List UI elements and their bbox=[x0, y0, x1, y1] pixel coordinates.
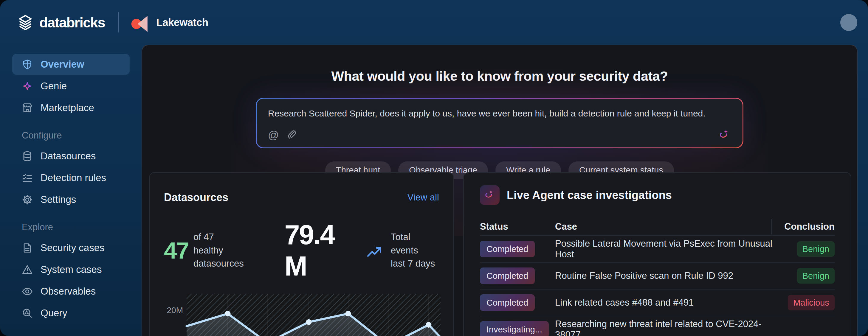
case-title: Routine False Positive scan on Rule ID 9… bbox=[555, 270, 782, 281]
column-header-status: Status bbox=[480, 221, 555, 232]
case-title: Link related cases #488 and #491 bbox=[555, 297, 782, 308]
table-row[interactable]: CompletedPossible Lateral Movement via P… bbox=[480, 236, 835, 263]
trend-up-icon bbox=[367, 245, 382, 259]
genie-submit-icon[interactable] bbox=[718, 128, 731, 141]
live-agent-genie-icon bbox=[480, 185, 500, 205]
database-icon bbox=[22, 151, 33, 162]
app-window: databricks Lakewatch Overview bbox=[0, 0, 868, 336]
checklist-icon bbox=[22, 172, 33, 183]
warning-triangle-icon bbox=[22, 264, 33, 275]
sidebar-item-label: Overview bbox=[40, 59, 84, 70]
status-badge: Completed bbox=[480, 268, 535, 284]
table-row[interactable]: CompletedRoutine False Positive scan on … bbox=[480, 263, 835, 290]
sidebar: Overview Genie Marketplac bbox=[0, 45, 142, 336]
shield-grid-icon bbox=[22, 59, 33, 70]
status-badge: Completed bbox=[480, 241, 535, 257]
conclusion-badge: Benign bbox=[797, 241, 835, 257]
sidebar-item-label: Observables bbox=[40, 285, 96, 297]
sidebar-section-configure: Configure bbox=[22, 130, 142, 141]
live-agent-card: Live Agent case investigations Status Ca… bbox=[463, 172, 851, 336]
sidebar-item-label: Settings bbox=[40, 194, 76, 205]
eye-icon bbox=[22, 286, 33, 297]
sidebar-item-label: Detection rules bbox=[40, 172, 106, 183]
storefront-icon bbox=[22, 102, 33, 113]
document-icon bbox=[22, 242, 33, 254]
lakewatch-logo[interactable]: Lakewatch bbox=[130, 12, 208, 32]
main-panel: What would you like to know from your se… bbox=[142, 45, 858, 336]
datasources-card-title: Datasources bbox=[164, 191, 228, 204]
prompt-box-border: Research Scattered Spider, does it apply… bbox=[256, 98, 743, 148]
total-events-caption: Total events last 7 days bbox=[391, 231, 439, 271]
prompt-input[interactable]: Research Scattered Spider, does it apply… bbox=[257, 99, 743, 147]
status-badge: Investigating... bbox=[480, 321, 549, 336]
healthy-count: 47 bbox=[164, 237, 189, 264]
sidebar-item-overview[interactable]: Overview bbox=[12, 54, 130, 75]
prompt-input-value: Research Scattered Spider, does it apply… bbox=[268, 107, 731, 119]
sidebar-item-label: Datasources bbox=[40, 150, 96, 162]
live-agent-card-title: Live Agent case investigations bbox=[507, 189, 672, 202]
datasources-card: Datasources View all 47 of 47 healthy da… bbox=[149, 172, 454, 336]
sidebar-item-genie[interactable]: Genie bbox=[12, 76, 130, 97]
lakewatch-icon bbox=[130, 12, 150, 32]
status-badge: Completed bbox=[480, 294, 535, 311]
sidebar-section-explore: Explore bbox=[22, 222, 142, 233]
topbar-divider bbox=[118, 12, 119, 32]
sidebar-item-label: Query bbox=[40, 307, 67, 319]
sidebar-item-system-cases[interactable]: System cases bbox=[12, 259, 130, 280]
sidebar-item-label: Security cases bbox=[40, 242, 104, 254]
case-title: Possible Lateral Movement via PsExec fro… bbox=[555, 238, 782, 260]
column-header-conclusion: Conclusion bbox=[782, 221, 835, 232]
svg-text:20M: 20M bbox=[167, 306, 183, 315]
events-chart: 10M20M bbox=[164, 294, 439, 336]
table-row[interactable]: Investigating...Researching new threat i… bbox=[480, 316, 835, 336]
sidebar-item-datasources[interactable]: Datasources bbox=[12, 146, 130, 167]
sidebar-item-security-cases[interactable]: Security cases bbox=[12, 237, 130, 258]
query-search-icon bbox=[22, 308, 33, 319]
gear-icon bbox=[22, 194, 33, 205]
sidebar-item-settings[interactable]: Settings bbox=[12, 189, 130, 210]
databricks-layers-icon bbox=[17, 14, 33, 30]
mention-icon[interactable]: @ bbox=[268, 130, 279, 141]
user-avatar[interactable] bbox=[840, 14, 857, 31]
table-row[interactable]: CompletedLink related cases #488 and #49… bbox=[480, 290, 835, 316]
attach-icon[interactable] bbox=[287, 130, 297, 141]
sidebar-item-label: System cases bbox=[40, 264, 102, 275]
sidebar-item-label: Marketplace bbox=[40, 102, 94, 113]
case-title: Researching new threat intel related to … bbox=[555, 319, 782, 336]
sidebar-item-observables[interactable]: Observables bbox=[12, 281, 130, 302]
databricks-wordmark: databricks bbox=[39, 14, 105, 31]
page-title: What would you like to know from your se… bbox=[142, 68, 857, 84]
view-all-link[interactable]: View all bbox=[407, 192, 439, 203]
sidebar-item-query[interactable]: Query bbox=[12, 303, 130, 324]
column-header-case: Case bbox=[555, 221, 782, 232]
sidebar-item-detection-rules[interactable]: Detection rules bbox=[12, 167, 130, 188]
total-events-value: 79.4 M bbox=[285, 219, 362, 282]
conclusion-badge: Benign bbox=[797, 268, 835, 283]
sidebar-item-marketplace[interactable]: Marketplace bbox=[12, 97, 130, 118]
sidebar-item-label: Genie bbox=[40, 80, 67, 92]
databricks-logo[interactable]: databricks bbox=[17, 14, 105, 31]
healthy-caption: of 47 healthy datasources bbox=[193, 231, 245, 271]
lakewatch-wordmark: Lakewatch bbox=[156, 16, 208, 28]
investigations-table: Status Case Conclusion CompletedPossible… bbox=[480, 218, 835, 336]
conclusion-badge: Malicious bbox=[788, 295, 835, 310]
topbar: databricks Lakewatch bbox=[0, 0, 868, 45]
genie-sparkle-icon bbox=[22, 81, 33, 92]
